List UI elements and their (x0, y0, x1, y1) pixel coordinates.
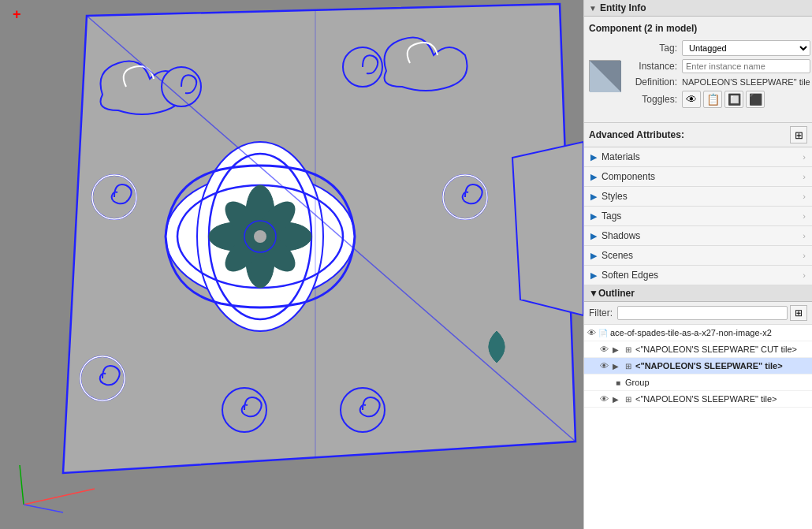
definition-row: Definition: NAPOLEON'S SLEEPWARE" tile (627, 76, 810, 88)
instance-input[interactable] (682, 59, 810, 73)
advanced-label: Advanced Attributes: (589, 129, 684, 140)
soften-edges-label: Soften Edges (602, 270, 658, 281)
tree-item-4[interactable]: 👁 ▶ ⊞ <"NAPOLEON'S SLEEPWARE" tile> (584, 391, 812, 408)
viewport[interactable]: + (0, 0, 583, 529)
soften-edges-arrow: › (803, 270, 806, 280)
scenes-label: Scenes (602, 250, 633, 261)
component-thumbnail (589, 60, 620, 91)
instance-label: Instance: (627, 61, 682, 72)
definition-label: Definition: (627, 76, 682, 88)
tree-item-1[interactable]: 👁 ▶ ⊞ <"NAPOLEON'S SLEEPWARE" CUT tile> (584, 341, 812, 358)
tree-text-2: <"NAPOLEON'S SLEEPWARE" tile> (635, 361, 783, 371)
expand-icon-4[interactable]: ▶ (610, 393, 621, 404)
tags-chevron: ▶ (590, 211, 597, 222)
soften-edges-item[interactable]: ▶ Soften Edges › (584, 266, 812, 285)
materials-label: Materials (602, 151, 640, 162)
toggle-copy-btn[interactable]: 📋 (703, 91, 722, 108)
toggle-receive-shadows-btn[interactable]: ⬛ (746, 91, 765, 108)
components-label: Components (602, 171, 655, 182)
outliner-title: Outliner (598, 288, 635, 299)
filter-label: Filter: (589, 307, 613, 319)
tags-item[interactable]: ▶ Tags › (584, 207, 812, 226)
entity-info-content: Component (2 in model) Tag: Untagged (584, 17, 812, 123)
filter-input[interactable] (617, 306, 788, 320)
tree-item-2[interactable]: 👁 ▶ ⊞ <"NAPOLEON'S SLEEPWARE" tile> (584, 358, 812, 374)
toggle-buttons: 👁 📋 🔲 ⬛ (682, 91, 810, 108)
scenes-item[interactable]: ▶ Scenes › (584, 246, 812, 266)
filter-row: Filter: ⊞ (584, 302, 812, 325)
toggles-label: Toggles: (627, 94, 682, 105)
outliner-tree: 👁 📄 ace-of-spades-tile-as-a-x27-non-imag… (584, 325, 812, 529)
instance-row: Instance: (627, 59, 810, 73)
entity-info-chevron: ▼ (589, 4, 597, 13)
entity-main-row: Tag: Untagged Instance: Defin (589, 40, 807, 111)
toggle-cast-shadows-btn[interactable]: 🔲 (724, 91, 743, 108)
outliner-header[interactable]: ▼ Outliner (584, 285, 812, 302)
soften-edges-chevron: ▶ (590, 270, 597, 281)
styles-chevron: ▶ (590, 192, 597, 202)
definition-text: NAPOLEON'S SLEEPWARE" tile (682, 77, 810, 87)
tag-label: Tag: (627, 43, 682, 54)
tree-text-0: ace-of-spades-tile-as-a-x27-non-image-x2 (610, 328, 772, 337)
toggles-row: Toggles: 👁 📋 🔲 ⬛ (627, 91, 810, 108)
component-icon-1: ⊞ (623, 344, 634, 355)
tree-text-3: Group (625, 378, 650, 387)
component-icon-4: ⊞ (623, 393, 634, 404)
entity-fields: Tag: Untagged Instance: Defin (627, 40, 810, 111)
tag-select[interactable]: Untagged (682, 40, 810, 56)
tag-field-value: Untagged (682, 40, 810, 56)
materials-item[interactable]: ▶ Materials › (584, 147, 812, 167)
outliner-chevron: ▼ (589, 288, 598, 299)
tags-label: Tags (602, 210, 621, 222)
definition-field-value: NAPOLEON'S SLEEPWARE" tile (682, 76, 810, 88)
shadows-chevron: ▶ (590, 231, 597, 241)
svg-point-18 (254, 230, 266, 243)
materials-chevron: ▶ (590, 152, 597, 162)
scenes-chevron: ▶ (590, 251, 597, 261)
shadows-arrow: › (803, 231, 806, 240)
tag-row: Tag: Untagged (627, 40, 810, 56)
expand-icon-2[interactable]: ▶ (610, 360, 621, 371)
styles-arrow: › (803, 192, 806, 201)
toggle-visible-btn[interactable]: 👁 (682, 91, 701, 108)
tile-canvas (0, 0, 583, 529)
eye-icon-4[interactable]: 👁 (600, 394, 609, 404)
styles-item[interactable]: ▶ Styles › (584, 187, 812, 207)
shadows-item[interactable]: ▶ Shadows › (584, 226, 812, 246)
components-item[interactable]: ▶ Components › (584, 167, 812, 187)
styles-label: Styles (602, 191, 628, 202)
tree-text-1: <"NAPOLEON'S SLEEPWARE" CUT tile> (635, 345, 797, 354)
scenes-arrow: › (803, 251, 806, 260)
shadows-label: Shadows (602, 230, 640, 241)
right-panel: ▼ Entity Info Component (2 in model) Tag… (583, 0, 812, 529)
svg-marker-29 (512, 142, 583, 315)
instance-field-value (682, 59, 810, 73)
tree-item-0[interactable]: 👁 📄 ace-of-spades-tile-as-a-x27-non-imag… (584, 325, 812, 341)
components-chevron: ▶ (590, 172, 597, 182)
filter-btn[interactable]: ⊞ (790, 305, 807, 321)
advanced-btn[interactable]: ⊞ (790, 126, 807, 143)
tree-item-3[interactable]: ■ Group (584, 374, 812, 391)
eye-icon-2[interactable]: 👁 (600, 361, 609, 371)
materials-arrow: › (803, 152, 806, 162)
eye-icon-1[interactable]: 👁 (600, 345, 609, 354)
expand-icon-1[interactable]: ▶ (610, 344, 621, 355)
component-title: Component (2 in model) (589, 23, 807, 34)
component-icon-2: ⊞ (623, 360, 634, 371)
entity-info-header[interactable]: ▼ Entity Info (584, 0, 812, 17)
entity-info-title: Entity Info (600, 2, 646, 13)
components-arrow: › (803, 172, 806, 181)
collapsibles-list: ▶ Materials › ▶ Components › ▶ Styles › … (584, 147, 812, 285)
tree-text-4: <"NAPOLEON'S SLEEPWARE" tile> (635, 394, 777, 404)
page-icon-0: 📄 (598, 327, 609, 338)
tags-arrow: › (803, 211, 806, 221)
eye-icon-0[interactable]: 👁 (587, 328, 596, 337)
advanced-attributes-row: Advanced Attributes: ⊞ (584, 123, 812, 147)
group-icon-3: ■ (613, 377, 624, 388)
